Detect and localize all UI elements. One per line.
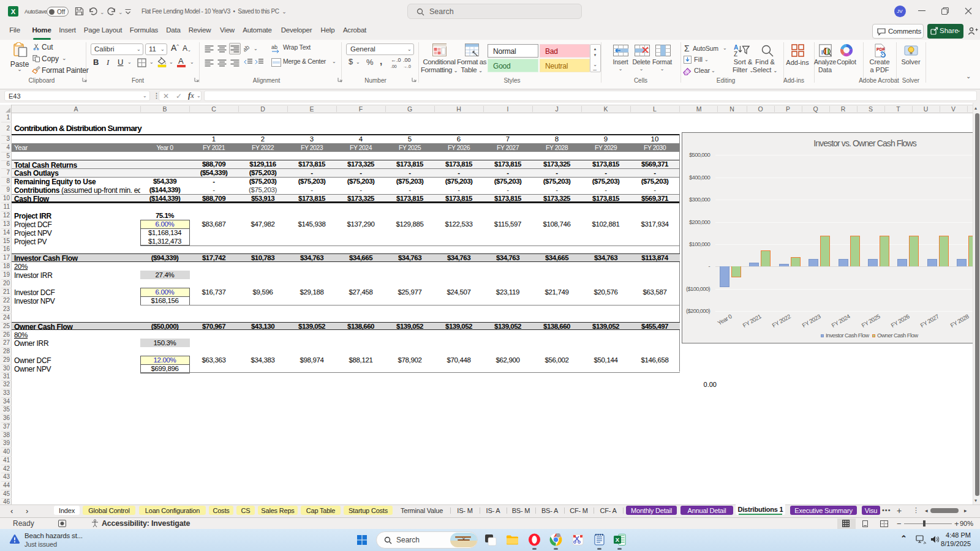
svg-text:ab: ab xyxy=(244,44,251,53)
svg-text:PDF: PDF xyxy=(876,47,886,51)
svg-text:A: A xyxy=(734,44,738,51)
svg-text:Z: Z xyxy=(734,51,737,58)
svg-text:X: X xyxy=(11,8,16,15)
svg-text:ab: ab xyxy=(271,44,277,50)
